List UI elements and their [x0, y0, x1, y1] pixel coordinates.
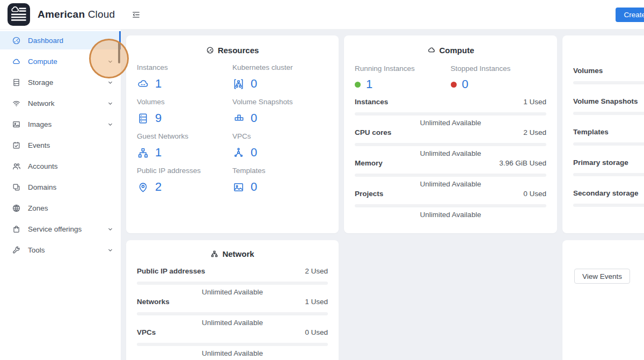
- app-header: American Cloud Create: [0, 0, 644, 30]
- progress-bar: [573, 81, 644, 84]
- sidebar-item-dashboard[interactable]: Dashboard: [0, 31, 121, 49]
- globe-icon: [12, 204, 21, 213]
- resource-public-ip-addresses: Public IP addresses 2: [137, 167, 232, 195]
- progress-bar: [355, 112, 546, 116]
- compute-usage-list: Instances1 Used Unlimited Available CPU …: [355, 98, 546, 220]
- chevron-down-icon[interactable]: [107, 59, 113, 64]
- resource-link[interactable]: 1: [137, 76, 232, 92]
- resource-guest-networks: Guest Networks 1: [137, 132, 232, 161]
- resources-grid: Instances 1 Kubernetes cluster 0 Volumes…: [137, 63, 328, 201]
- progress-bar: [573, 112, 644, 115]
- resource-link[interactable]: 0: [232, 76, 328, 92]
- compute-card-title: Compute: [355, 45, 546, 55]
- brand-name-light: Cloud: [88, 9, 115, 20]
- sidebar-item-label: Events: [28, 141, 50, 149]
- sidebar-item-label: Storage: [28, 78, 53, 87]
- sidebar-item-label: Accounts: [28, 162, 58, 170]
- sidebar-item-label: Tools: [28, 246, 45, 254]
- menu-fold-icon[interactable]: [131, 10, 141, 19]
- chevron-down-icon[interactable]: [107, 247, 113, 253]
- progress-bar: [137, 343, 328, 346]
- stopped-instances-stat: Stopped Instances 0: [451, 64, 547, 92]
- sidebar-item-images[interactable]: Images: [0, 115, 121, 133]
- sidebar-scrollbar-thumb[interactable]: [118, 42, 120, 63]
- resource-link[interactable]: 9: [137, 110, 232, 126]
- resource-instances: Instances 1: [137, 63, 232, 92]
- progress-bar: [573, 204, 644, 207]
- view-events-button[interactable]: View Events: [574, 269, 630, 284]
- team-icon: [12, 162, 21, 171]
- sidebar-item-tools[interactable]: Tools: [0, 241, 121, 259]
- resource-link[interactable]: 0: [232, 179, 328, 195]
- usage-row-instances: Instances1 Used Unlimited Available: [355, 98, 546, 128]
- hdd-icon: [12, 78, 21, 87]
- progress-bar: [137, 282, 328, 285]
- usage-row-secondary-storage: Secondary storage Unlimited Available: [573, 189, 644, 219]
- chevron-down-icon[interactable]: [107, 100, 113, 106]
- progress-bar: [573, 173, 644, 176]
- usage-row-templates: Templates Unlimited Available: [573, 128, 644, 158]
- sidebar-item-events[interactable]: Events: [0, 136, 121, 154]
- chevron-down-icon[interactable]: [107, 80, 113, 85]
- sidebar-item-label: Images: [28, 120, 52, 128]
- gauge-icon: [206, 46, 214, 54]
- resource-volumes: Volumes 9: [137, 98, 232, 126]
- resource-link[interactable]: 0: [232, 110, 328, 126]
- resource-templates: Templates 0: [232, 167, 328, 195]
- running-status-dot: [355, 82, 361, 88]
- storage-card: Volumes Unlimited Available Volume Snaps…: [562, 35, 644, 233]
- sidebar-item-label: Service offerings: [28, 225, 82, 233]
- compute-stats: Running Instances 1 Stopped Instances 0: [355, 64, 546, 92]
- resource-link[interactable]: 2: [137, 179, 232, 195]
- sidebar: Dashboard Compute Storage Network: [0, 30, 121, 360]
- cluster-icon: [232, 78, 245, 90]
- storage-usage-list: Volumes Unlimited Available Volume Snaps…: [573, 67, 644, 219]
- usage-row-vpcs: VPCs0 Used Unlimited Available: [137, 328, 328, 358]
- sidebar-item-compute[interactable]: Compute: [0, 52, 121, 70]
- usage-row-public-ip: Public IP addresses2 Used Unlimited Avai…: [137, 267, 328, 297]
- resource-link[interactable]: 1: [137, 145, 232, 161]
- network-usage-list: Public IP addresses2 Used Unlimited Avai…: [137, 267, 328, 358]
- events-card: View Events: [562, 240, 644, 360]
- database-icon: [137, 112, 149, 125]
- usage-row-volume-snapshots: Volume Snapshots Unlimited Available: [573, 97, 644, 127]
- american-cloud-logo-icon: [8, 3, 30, 26]
- network-card-title: Network: [137, 249, 328, 258]
- cloud-icon: [427, 46, 436, 54]
- resources-card-title: Resources: [137, 45, 328, 55]
- sidebar-item-service-offerings[interactable]: Service offerings: [0, 220, 121, 238]
- wifi-icon: [12, 99, 21, 108]
- sidebar-item-storage[interactable]: Storage: [0, 73, 121, 91]
- sidebar-item-network[interactable]: Network: [0, 94, 121, 112]
- resource-link[interactable]: 0: [232, 145, 328, 161]
- sidebar-item-accounts[interactable]: Accounts: [0, 157, 121, 175]
- progress-bar: [573, 142, 644, 146]
- usage-row-volumes: Volumes Unlimited Available: [573, 67, 644, 97]
- resource-kubernetes-cluster: Kubernetes cluster 0: [232, 63, 328, 92]
- resource-vpcs: VPCs 0: [232, 132, 328, 161]
- sidebar-item-label: Domains: [28, 183, 56, 191]
- create-button[interactable]: Create: [616, 8, 644, 22]
- shopping-bag-icon: [12, 225, 21, 234]
- sidebar-item-label: Network: [28, 99, 55, 107]
- apartment-icon: [137, 147, 149, 159]
- usage-row-projects: Projects0 Used Unlimited Available: [355, 190, 546, 220]
- usage-row-primary-storage: Primary storage Unlimited Available: [573, 159, 644, 189]
- brand-name: American Cloud: [38, 9, 115, 20]
- progress-bar: [137, 312, 328, 315]
- sidebar-item-label: Dashboard: [28, 37, 63, 45]
- chevron-down-icon[interactable]: [107, 226, 113, 232]
- usage-row-memory: Memory3.96 GiB Used Unlimited Available: [355, 159, 546, 189]
- sidebar-item-label: Compute: [28, 57, 57, 66]
- sidebar-item-zones[interactable]: Zones: [0, 199, 121, 217]
- progress-bar: [355, 204, 546, 207]
- picture-icon: [12, 120, 21, 129]
- chevron-down-icon[interactable]: [107, 121, 113, 127]
- progress-bar: [355, 143, 546, 146]
- sidebar-item-domains[interactable]: Domains: [0, 178, 121, 196]
- apartment-icon: [210, 250, 218, 258]
- network-card: Network Public IP addresses2 Used Unlimi…: [126, 240, 339, 360]
- wrench-icon: [12, 246, 21, 255]
- picture-icon: [232, 181, 245, 193]
- map-pin-icon: [137, 181, 149, 193]
